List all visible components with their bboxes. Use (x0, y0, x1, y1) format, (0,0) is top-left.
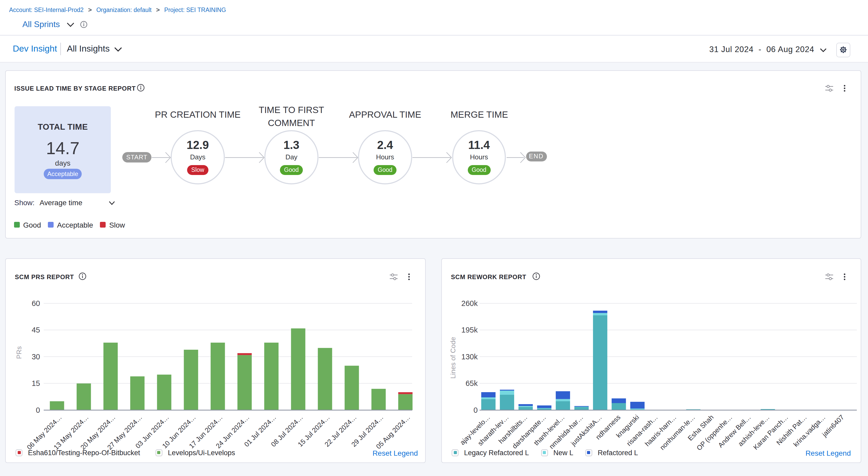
svg-text:PRs: PRs (15, 346, 23, 359)
svg-text:130k: 130k (461, 352, 477, 361)
svg-text:65k: 65k (465, 379, 477, 387)
svg-text:45: 45 (31, 326, 40, 334)
svg-text:30: 30 (31, 352, 40, 361)
svg-text:260k: 260k (461, 299, 477, 307)
svg-text:60: 60 (31, 299, 40, 307)
svg-text:195k: 195k (461, 326, 477, 334)
svg-text:Andrew Bell…: Andrew Bell… (716, 413, 752, 449)
svg-text:0: 0 (36, 406, 40, 414)
svg-text:0: 0 (473, 406, 477, 414)
svg-text:15: 15 (31, 379, 40, 387)
svg-text:Lines of Code: Lines of Code (449, 337, 457, 378)
